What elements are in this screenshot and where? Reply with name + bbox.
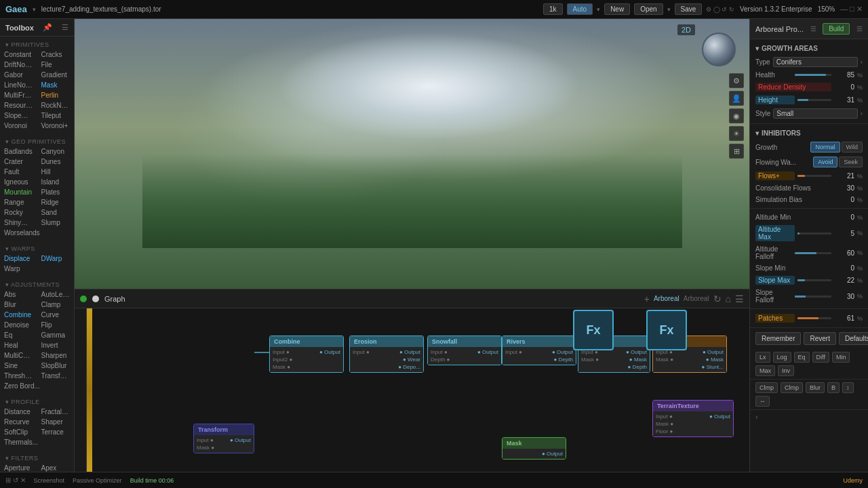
open-btn[interactable]: Open <box>634 3 663 15</box>
sidebar-item-slopenoise[interactable]: SlopeNoise <box>0 110 37 121</box>
flipv-btn[interactable]: ↕ <box>842 382 854 393</box>
graph-canvas[interactable]: Transform Input ●● Output Mask ● Combine… <box>75 308 749 472</box>
sidebar-item-hill[interactable]: Hill <box>37 167 75 177</box>
section-title-warps[interactable]: ▾ Warps <box>0 243 74 253</box>
sidebar-item-voronoi-plus[interactable]: Voronoi+ <box>37 121 75 131</box>
sidebar-item-plates[interactable]: Plates <box>37 187 75 197</box>
mode-arrow[interactable]: ▾ <box>597 6 600 13</box>
sidebar-item-displace[interactable]: Displace <box>0 253 37 264</box>
sidebar-item-cracks[interactable]: Cracks <box>37 49 75 60</box>
sidebar-item-dunes[interactable]: Dunes <box>37 157 75 167</box>
log-btn[interactable]: Log <box>773 352 791 363</box>
sidebar-item-multifractal[interactable]: MultiFractal <box>0 90 37 100</box>
sidebar-item-ridge[interactable]: Ridge <box>37 197 75 207</box>
viewport-icon-grid[interactable]: ⊞ <box>729 144 744 159</box>
node-terraintexture[interactable]: TerrainTexture Input ●● Output Mask ● Fl… <box>652 400 734 437</box>
open-arrow[interactable]: ▾ <box>667 6 671 13</box>
build-button[interactable]: Build <box>823 23 850 35</box>
max-btn[interactable]: Max <box>755 365 775 376</box>
sidebar-item-sharpen[interactable]: Sharpen <box>37 350 75 361</box>
right-panel-more-icon[interactable]: ☰ <box>856 25 863 33</box>
growth-areas-title[interactable]: ▾ GROWTH AREAS <box>750 42 868 55</box>
sidebar-item-terrace[interactable]: Terrace <box>37 427 75 437</box>
sidebar-item-curve[interactable]: Curve <box>37 310 75 320</box>
sidebar-item-shaper[interactable]: Shaper <box>37 417 75 427</box>
sidebar-item-gradient[interactable]: Gradient <box>37 70 75 80</box>
graph-menu-icon[interactable]: ☰ <box>735 293 744 304</box>
sidebar-item-badlands[interactable]: Badlands <box>0 146 37 157</box>
right-panel-collapse[interactable]: › <box>750 410 868 424</box>
mode-btn[interactable]: Auto <box>567 3 593 15</box>
sidebar-item-rocky[interactable]: Rocky <box>0 207 37 218</box>
sidebar-item-zerobord[interactable]: Zero Bord... <box>0 381 74 391</box>
sidebar-item-apex[interactable]: Apex <box>37 463 75 472</box>
sidebar-item-tileput[interactable]: Tileput <box>37 110 75 121</box>
style-arrow[interactable]: › <box>861 110 863 117</box>
graph-arboreal-tab[interactable]: Arboreal <box>654 295 679 302</box>
fliph-btn[interactable]: ↔ <box>755 396 770 407</box>
fx-node-1[interactable]: Fx <box>573 310 614 350</box>
flowing-avoid-btn[interactable]: Avoid <box>813 157 837 167</box>
node-transform[interactable]: Transform Input ●● Output Mask ● <box>193 424 254 453</box>
sidebar-item-gabor[interactable]: Gabor <box>0 70 37 80</box>
style-select[interactable]: Small <box>773 108 857 119</box>
sidebar-item-perlin[interactable]: Perlin <box>37 90 75 100</box>
sidebar-item-rocknoise[interactable]: RockNoise <box>37 100 75 110</box>
sidebar-item-canyon[interactable]: Canyon <box>37 146 75 157</box>
sidebar-item-invert[interactable]: Invert <box>37 340 75 350</box>
flowing-seek-btn[interactable]: Seek <box>839 157 863 167</box>
node-mask[interactable]: Mask ● Output <box>502 437 566 460</box>
sidebar-item-fractalte[interactable]: FractalTe... <box>37 407 75 417</box>
sidebar-item-transform[interactable]: Transform <box>37 371 75 381</box>
fx-node-2[interactable]: Fx <box>646 310 687 350</box>
sidebar-item-island[interactable]: Island <box>37 177 75 187</box>
sidebar-item-resource[interactable]: Resource <box>0 100 37 110</box>
sidebar-item-worselands[interactable]: Worselands <box>0 228 74 238</box>
sidebar-item-shinywaves[interactable]: ShinyWaves <box>0 218 37 228</box>
sidebar-item-file[interactable]: File <box>37 60 75 70</box>
sidebar-item-recurve[interactable]: Recurve <box>0 417 37 427</box>
growth-wild-btn[interactable]: Wild <box>842 142 863 152</box>
sidebar-item-mountain[interactable]: Mountain <box>0 187 37 197</box>
sidebar-item-linenoise[interactable]: LineNoise <box>0 80 37 90</box>
type-select[interactable]: Conifers <box>773 57 858 67</box>
section-title-geo[interactable]: ▾ Geo Primitives <box>0 136 74 146</box>
section-title-adjustments[interactable]: ▾ Adjustments <box>0 279 74 289</box>
sidebar-item-range[interactable]: Range <box>0 197 37 207</box>
screenshot-btn[interactable]: Screenshot <box>34 477 65 484</box>
save-btn[interactable]: Save <box>675 3 703 15</box>
sidebar-item-gamma[interactable]: Gamma <box>37 330 75 340</box>
viewport-2d-btn[interactable]: 2D <box>677 24 695 35</box>
sidebar-item-multicom[interactable]: MultiCom... <box>0 350 37 361</box>
revert-btn[interactable]: Revert <box>804 332 835 345</box>
sidebar-item-warp[interactable]: Warp <box>0 264 74 274</box>
sidebar-item-blur[interactable]: Blur <box>0 300 37 310</box>
sidebar-item-autolevel[interactable]: AutoLevel <box>37 289 75 300</box>
viewport-icon-sun[interactable]: ☀ <box>729 126 744 141</box>
viewport-icon-eye[interactable]: ◉ <box>729 108 744 123</box>
sidebar-item-thermals[interactable]: Thermals... <box>0 437 74 447</box>
viewport-icon-settings[interactable]: ⚙ <box>729 73 744 88</box>
new-btn[interactable]: New <box>604 3 630 15</box>
sidebar-item-threshold[interactable]: Threshold <box>0 371 37 381</box>
lx-btn[interactable]: Lx <box>755 352 770 363</box>
graph-home-icon[interactable]: ⌂ <box>726 293 731 304</box>
sidebar-item-clamp[interactable]: Clamp <box>37 300 75 310</box>
viewport-icon-person[interactable]: 👤 <box>729 91 744 106</box>
sidebar-item-flip[interactable]: Flip <box>37 320 75 330</box>
node-combine[interactable]: Combine Input ●● Output Input2 ● Mask ● <box>269 336 344 373</box>
section-title-filters[interactable]: ▾ Filters <box>0 453 74 463</box>
right-panel-menu-icon[interactable]: ☰ <box>810 25 816 33</box>
defaults-btn[interactable]: Defaults <box>839 332 868 345</box>
sidebar-item-igneous[interactable]: Igneous <box>0 177 37 187</box>
sidebar-icon-pin[interactable]: 📌 <box>43 23 52 32</box>
sidebar-item-distance[interactable]: Distance <box>0 407 37 417</box>
sidebar-item-voronoi[interactable]: Voronoi <box>0 121 37 131</box>
sidebar-item-constant[interactable]: Constant <box>0 49 37 60</box>
sidebar-item-aperture[interactable]: Aperture <box>0 463 37 472</box>
diff-btn[interactable]: Diff <box>812 352 829 363</box>
sidebar-item-slump[interactable]: Slump <box>37 218 75 228</box>
node-erosion[interactable]: Erosion Input ●● Output ● Wear ● Depo... <box>349 336 424 373</box>
sidebar-item-mask[interactable]: Mask <box>37 80 75 90</box>
graph-refresh-icon[interactable]: ↻ <box>713 293 722 304</box>
